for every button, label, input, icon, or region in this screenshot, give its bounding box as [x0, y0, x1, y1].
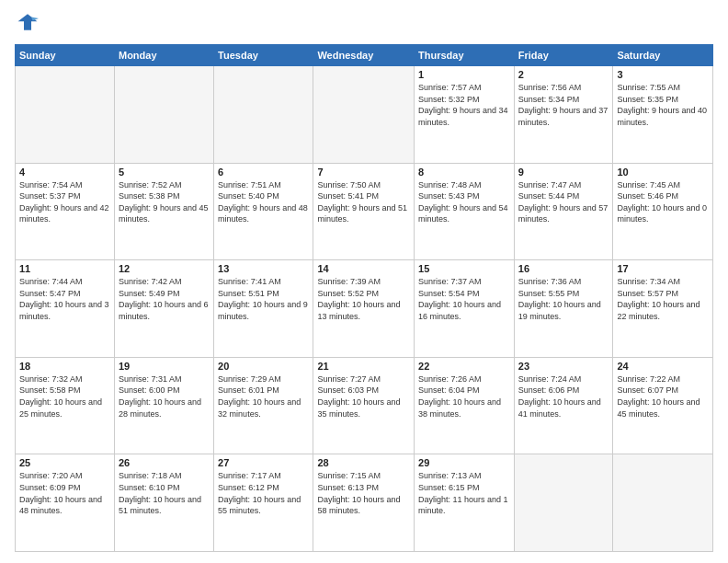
- day-info: Sunrise: 7:17 AMSunset: 6:12 PMDaylight:…: [218, 470, 309, 516]
- calendar-day-cell: [16, 66, 115, 164]
- calendar-day-cell: [114, 66, 213, 164]
- day-info: Sunrise: 7:41 AMSunset: 5:51 PMDaylight:…: [218, 276, 309, 322]
- weekday-header-tuesday: Tuesday: [214, 45, 313, 66]
- day-info: Sunrise: 7:29 AMSunset: 6:01 PMDaylight:…: [218, 373, 309, 419]
- calendar-day-cell: [514, 454, 613, 552]
- calendar-day-cell: 28Sunrise: 7:15 AMSunset: 6:13 PMDayligh…: [313, 454, 415, 552]
- day-info: Sunrise: 7:50 AMSunset: 5:41 PMDaylight:…: [317, 179, 410, 225]
- calendar-day-cell: 3Sunrise: 7:55 AMSunset: 5:35 PMDaylight…: [613, 66, 713, 164]
- calendar-week-row: 4Sunrise: 7:54 AMSunset: 5:37 PMDaylight…: [16, 163, 713, 260]
- calendar-day-cell: 23Sunrise: 7:24 AMSunset: 6:06 PMDayligh…: [514, 357, 613, 454]
- day-number: 4: [19, 167, 110, 178]
- calendar-day-cell: 17Sunrise: 7:34 AMSunset: 5:57 PMDayligh…: [613, 260, 713, 358]
- day-info: Sunrise: 7:18 AMSunset: 6:10 PMDaylight:…: [119, 470, 210, 516]
- calendar-week-row: 11Sunrise: 7:44 AMSunset: 5:47 PMDayligh…: [16, 260, 713, 358]
- day-info: Sunrise: 7:54 AMSunset: 5:37 PMDaylight:…: [19, 179, 110, 225]
- day-info: Sunrise: 7:42 AMSunset: 5:49 PMDaylight:…: [119, 276, 210, 322]
- day-number: 6: [218, 167, 309, 178]
- calendar-day-cell: 2Sunrise: 7:56 AMSunset: 5:34 PMDaylight…: [514, 66, 613, 164]
- day-info: Sunrise: 7:24 AMSunset: 6:06 PMDaylight:…: [518, 373, 609, 419]
- day-number: 18: [19, 361, 110, 372]
- day-number: 19: [119, 361, 210, 372]
- calendar-week-row: 1Sunrise: 7:57 AMSunset: 5:32 PMDaylight…: [16, 66, 713, 164]
- day-info: Sunrise: 7:44 AMSunset: 5:47 PMDaylight:…: [19, 276, 110, 322]
- calendar-day-cell: 25Sunrise: 7:20 AMSunset: 6:09 PMDayligh…: [16, 454, 115, 552]
- calendar-day-cell: 27Sunrise: 7:17 AMSunset: 6:12 PMDayligh…: [214, 454, 313, 552]
- weekday-header-row: SundayMondayTuesdayWednesdayThursdayFrid…: [16, 45, 713, 66]
- day-number: 7: [317, 167, 410, 178]
- day-number: 11: [19, 263, 110, 274]
- weekday-header-thursday: Thursday: [415, 45, 515, 66]
- day-number: 13: [218, 263, 309, 274]
- day-number: 27: [218, 457, 309, 468]
- day-number: 20: [218, 361, 309, 372]
- calendar-day-cell: 5Sunrise: 7:52 AMSunset: 5:38 PMDaylight…: [114, 163, 213, 260]
- calendar-week-row: 18Sunrise: 7:32 AMSunset: 5:58 PMDayligh…: [16, 357, 713, 454]
- weekday-header-saturday: Saturday: [613, 45, 713, 66]
- calendar-day-cell: 19Sunrise: 7:31 AMSunset: 6:00 PMDayligh…: [114, 357, 213, 454]
- day-number: 8: [418, 167, 510, 178]
- calendar-day-cell: 1Sunrise: 7:57 AMSunset: 5:32 PMDaylight…: [415, 66, 515, 164]
- calendar-day-cell: 24Sunrise: 7:22 AMSunset: 6:07 PMDayligh…: [613, 357, 713, 454]
- day-info: Sunrise: 7:27 AMSunset: 6:03 PMDaylight:…: [317, 373, 410, 419]
- calendar-day-cell: [214, 66, 313, 164]
- logo: [15, 11, 40, 37]
- day-number: 15: [418, 263, 510, 274]
- day-info: Sunrise: 7:22 AMSunset: 6:07 PMDaylight:…: [617, 373, 709, 419]
- day-number: 16: [518, 263, 609, 274]
- calendar-day-cell: 29Sunrise: 7:13 AMSunset: 6:15 PMDayligh…: [415, 454, 515, 552]
- day-info: Sunrise: 7:56 AMSunset: 5:34 PMDaylight:…: [518, 82, 609, 128]
- weekday-header-wednesday: Wednesday: [313, 45, 415, 66]
- day-info: Sunrise: 7:47 AMSunset: 5:44 PMDaylight:…: [518, 179, 609, 225]
- calendar-day-cell: 14Sunrise: 7:39 AMSunset: 5:52 PMDayligh…: [313, 260, 415, 358]
- day-number: 26: [119, 457, 210, 468]
- day-info: Sunrise: 7:45 AMSunset: 5:46 PMDaylight:…: [617, 179, 709, 225]
- day-number: 24: [617, 361, 709, 372]
- calendar-day-cell: 16Sunrise: 7:36 AMSunset: 5:55 PMDayligh…: [514, 260, 613, 358]
- calendar-day-cell: 8Sunrise: 7:48 AMSunset: 5:43 PMDaylight…: [415, 163, 515, 260]
- calendar-day-cell: 6Sunrise: 7:51 AMSunset: 5:40 PMDaylight…: [214, 163, 313, 260]
- day-number: 12: [119, 263, 210, 274]
- day-info: Sunrise: 7:15 AMSunset: 6:13 PMDaylight:…: [317, 470, 410, 516]
- calendar-day-cell: 13Sunrise: 7:41 AMSunset: 5:51 PMDayligh…: [214, 260, 313, 358]
- calendar-day-cell: 21Sunrise: 7:27 AMSunset: 6:03 PMDayligh…: [313, 357, 415, 454]
- day-info: Sunrise: 7:32 AMSunset: 5:58 PMDaylight:…: [19, 373, 110, 419]
- page: SundayMondayTuesdayWednesdayThursdayFrid…: [0, 0, 728, 563]
- day-number: 28: [317, 457, 410, 468]
- day-info: Sunrise: 7:36 AMSunset: 5:55 PMDaylight:…: [518, 276, 609, 322]
- weekday-header-sunday: Sunday: [16, 45, 115, 66]
- calendar-day-cell: 10Sunrise: 7:45 AMSunset: 5:46 PMDayligh…: [613, 163, 713, 260]
- day-info: Sunrise: 7:13 AMSunset: 6:15 PMDaylight:…: [418, 470, 510, 516]
- day-info: Sunrise: 7:39 AMSunset: 5:52 PMDaylight:…: [317, 276, 410, 322]
- calendar-day-cell: [313, 66, 415, 164]
- day-info: Sunrise: 7:20 AMSunset: 6:09 PMDaylight:…: [19, 470, 110, 516]
- calendar-day-cell: 22Sunrise: 7:26 AMSunset: 6:04 PMDayligh…: [415, 357, 515, 454]
- calendar-day-cell: 26Sunrise: 7:18 AMSunset: 6:10 PMDayligh…: [114, 454, 213, 552]
- day-number: 14: [317, 263, 410, 274]
- calendar-day-cell: 9Sunrise: 7:47 AMSunset: 5:44 PMDaylight…: [514, 163, 613, 260]
- day-number: 1: [418, 69, 510, 80]
- day-number: 5: [119, 167, 210, 178]
- day-info: Sunrise: 7:34 AMSunset: 5:57 PMDaylight:…: [617, 276, 709, 322]
- day-number: 17: [617, 263, 709, 274]
- calendar-table: SundayMondayTuesdayWednesdayThursdayFrid…: [15, 44, 713, 552]
- calendar-week-row: 25Sunrise: 7:20 AMSunset: 6:09 PMDayligh…: [16, 454, 713, 552]
- day-number: 22: [418, 361, 510, 372]
- day-info: Sunrise: 7:26 AMSunset: 6:04 PMDaylight:…: [418, 373, 510, 419]
- day-number: 25: [19, 457, 110, 468]
- day-number: 10: [617, 167, 709, 178]
- calendar-day-cell: 20Sunrise: 7:29 AMSunset: 6:01 PMDayligh…: [214, 357, 313, 454]
- logo-bird-icon: [17, 11, 39, 33]
- calendar-day-cell: 11Sunrise: 7:44 AMSunset: 5:47 PMDayligh…: [16, 260, 115, 358]
- weekday-header-friday: Friday: [514, 45, 613, 66]
- day-number: 9: [518, 167, 609, 178]
- day-number: 2: [518, 69, 609, 80]
- day-info: Sunrise: 7:31 AMSunset: 6:00 PMDaylight:…: [119, 373, 210, 419]
- day-number: 23: [518, 361, 609, 372]
- day-info: Sunrise: 7:37 AMSunset: 5:54 PMDaylight:…: [418, 276, 510, 322]
- calendar-day-cell: 4Sunrise: 7:54 AMSunset: 5:37 PMDaylight…: [16, 163, 115, 260]
- calendar-day-cell: 7Sunrise: 7:50 AMSunset: 5:41 PMDaylight…: [313, 163, 415, 260]
- weekday-header-monday: Monday: [114, 45, 213, 66]
- day-number: 29: [418, 457, 510, 468]
- calendar-day-cell: 15Sunrise: 7:37 AMSunset: 5:54 PMDayligh…: [415, 260, 515, 358]
